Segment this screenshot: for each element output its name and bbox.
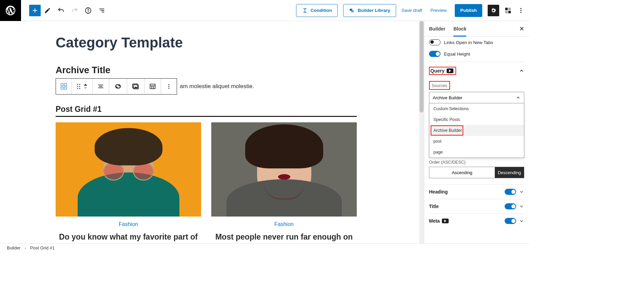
outline-list-icon[interactable]: [95, 4, 109, 17]
toggle-links-new-tabs[interactable]: Links Open in New Tabs: [429, 37, 524, 48]
svg-rect-22: [99, 86, 102, 87]
info-icon[interactable]: [81, 4, 95, 17]
toggle-switch[interactable]: [429, 39, 441, 45]
post-image[interactable]: [56, 122, 201, 217]
svg-rect-23: [98, 87, 103, 88]
publish-button[interactable]: Publish: [455, 4, 482, 17]
svg-point-19: [77, 88, 78, 89]
builder-library-label: Builder Library: [358, 8, 390, 13]
svg-point-2: [88, 9, 89, 9]
dropdown-option[interactable]: page: [429, 147, 524, 158]
chevron-up-icon: [519, 68, 524, 74]
save-draft-link[interactable]: Save draft: [402, 8, 423, 13]
page-title[interactable]: Category Template: [56, 35, 357, 51]
condition-button[interactable]: Condition: [296, 4, 338, 17]
scrollbar-thumb[interactable]: [419, 21, 424, 112]
dropdown-option[interactable]: Custom Selections: [429, 103, 524, 114]
tab-block[interactable]: Block: [453, 21, 466, 36]
tab-builder[interactable]: Builder: [429, 21, 445, 36]
dropdown-option[interactable]: Specific Posts: [429, 114, 524, 125]
more-menu-icon[interactable]: [516, 6, 526, 15]
edit-pencil-icon[interactable]: [41, 4, 54, 17]
order-segmented[interactable]: Ascending Descending: [429, 167, 524, 178]
toggle-switch[interactable]: [505, 218, 516, 224]
paragraph-fragment[interactable]: am molestie aliquet molestie.: [180, 83, 254, 90]
svg-point-16: [79, 84, 80, 85]
svg-point-13: [520, 10, 521, 11]
video-help-icon[interactable]: [442, 219, 449, 223]
query-label-highlight: Query: [429, 67, 456, 75]
chevron-down-icon: [519, 204, 524, 209]
archive-title-heading[interactable]: Archive Title: [56, 65, 357, 76]
table-button[interactable]: [144, 79, 161, 94]
section-heading-row[interactable]: Heading: [429, 184, 524, 199]
post-card[interactable]: Fashion Do you know what my favorite par…: [56, 122, 201, 242]
toggle-switch[interactable]: [429, 51, 441, 57]
post-title[interactable]: Do you know what my favorite part of: [56, 232, 201, 242]
post-category-link[interactable]: Fashion: [211, 221, 357, 227]
preview-link[interactable]: Preview: [430, 8, 447, 13]
gallery-button[interactable]: [127, 79, 144, 94]
order-label: Order (ASC/DESC): [429, 160, 524, 165]
sidebar-tabs: Builder Block ✕: [424, 21, 529, 37]
align-button[interactable]: [93, 79, 109, 94]
svg-point-12: [520, 8, 521, 9]
move-up-icon[interactable]: [83, 83, 87, 86]
dropdown-option-selected[interactable]: Archive Builder: [429, 125, 524, 136]
sources-selected-value: Archive Builder: [433, 95, 462, 100]
sources-label: Sources: [432, 83, 447, 88]
svg-rect-11: [508, 11, 511, 13]
condition-label: Condition: [311, 8, 332, 13]
post-category-link[interactable]: Fashion: [56, 221, 201, 227]
svg-rect-10: [505, 11, 508, 13]
block-toolbar: [56, 78, 177, 95]
canvas-scrollbar[interactable]: [419, 21, 424, 243]
close-sidebar-button[interactable]: ✕: [519, 25, 524, 33]
builder-library-button[interactable]: Builder Library: [343, 4, 396, 17]
link-button[interactable]: [109, 79, 127, 94]
condition-icon: [302, 7, 308, 14]
chevron-down-icon: [519, 218, 524, 224]
toggle-switch[interactable]: [505, 189, 516, 195]
heading-underline: [56, 116, 357, 117]
block-type-postgrid[interactable]: [56, 79, 72, 94]
order-asc-button[interactable]: Ascending: [429, 167, 495, 178]
move-down-icon[interactable]: [83, 87, 87, 89]
dropdown-option[interactable]: post: [429, 136, 524, 147]
svg-point-14: [520, 12, 521, 13]
section-title-row[interactable]: Title: [429, 199, 524, 213]
sources-select[interactable]: Archive Builder: [429, 92, 524, 103]
undo-icon[interactable]: [54, 4, 68, 17]
publish-label: Publish: [460, 8, 477, 13]
post-title[interactable]: Most people never run far enough on: [211, 232, 357, 242]
add-block-button[interactable]: [29, 5, 41, 16]
editor-canvas[interactable]: Category Template Archive Title: [0, 21, 424, 243]
svg-point-30: [169, 84, 170, 85]
sidebar-panel: Links Open in New Tabs Equal Height Quer…: [424, 37, 529, 243]
wordpress-logo[interactable]: [0, 0, 21, 21]
toggle-switch[interactable]: [505, 203, 516, 209]
sources-label-highlight: Sources: [429, 81, 450, 90]
panels-icon[interactable]: [503, 6, 513, 15]
settings-gear-button[interactable]: [488, 5, 499, 16]
post-image[interactable]: [211, 122, 357, 217]
section-meta-row[interactable]: Meta: [429, 213, 524, 228]
main-area: Category Template Archive Title: [0, 21, 529, 243]
sources-dropdown: Custom Selections Specific Posts Archive…: [429, 103, 524, 158]
post-grid-heading[interactable]: Post Grid #1: [56, 105, 357, 114]
toggle-equal-height[interactable]: Equal Height: [429, 48, 524, 60]
block-drag-handle[interactable]: [72, 79, 93, 94]
post-card[interactable]: Fashion Most people never run far enough…: [211, 122, 357, 242]
svg-point-17: [77, 86, 78, 87]
post-grid[interactable]: Fashion Do you know what my favorite par…: [56, 122, 357, 242]
breadcrumb-item[interactable]: Post Grid #1: [30, 245, 55, 250]
chevron-down-icon: [519, 189, 524, 195]
breadcrumb-separator: ›: [24, 245, 26, 250]
video-help-icon[interactable]: [447, 68, 453, 73]
block-more-button[interactable]: [161, 79, 177, 94]
section-query-header[interactable]: Query: [429, 62, 524, 78]
breadcrumb-item[interactable]: Builder: [7, 245, 20, 250]
chevron-up-icon: [516, 95, 521, 100]
section-meta-label: Meta: [429, 218, 440, 224]
order-desc-button[interactable]: Descending: [495, 167, 524, 178]
